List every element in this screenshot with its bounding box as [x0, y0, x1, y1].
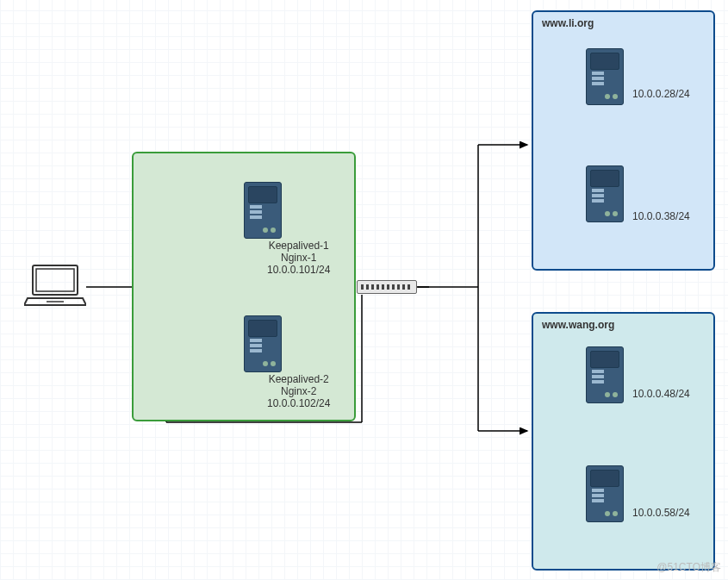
- zone-title: www.wang.org: [542, 319, 614, 331]
- watermark: @51CTO博客: [656, 560, 721, 575]
- server-icon: [586, 48, 624, 105]
- svg-rect-17: [33, 265, 78, 295]
- laptop-icon: [24, 264, 86, 307]
- keepalived2-label: Keepalived-2 Nginx-2 10.0.0.102/24: [267, 373, 330, 409]
- keepalived1-label: Keepalived-1 Nginx-1 10.0.0.101/24: [267, 240, 330, 276]
- wang-server1-ip: 10.0.0.48/24: [632, 388, 690, 400]
- switch-icon: [357, 280, 417, 294]
- li-server2-ip: 10.0.0.38/24: [632, 210, 690, 222]
- server-icon: [244, 182, 282, 239]
- server-icon: [244, 315, 282, 372]
- server-icon: [586, 346, 624, 403]
- zone-title: www.li.org: [542, 17, 594, 29]
- li-server1-ip: 10.0.0.28/24: [632, 88, 690, 100]
- wang-server2-ip: 10.0.0.58/24: [632, 507, 690, 519]
- server-icon: [586, 165, 624, 222]
- server-icon: [586, 465, 624, 522]
- svg-rect-18: [36, 269, 74, 291]
